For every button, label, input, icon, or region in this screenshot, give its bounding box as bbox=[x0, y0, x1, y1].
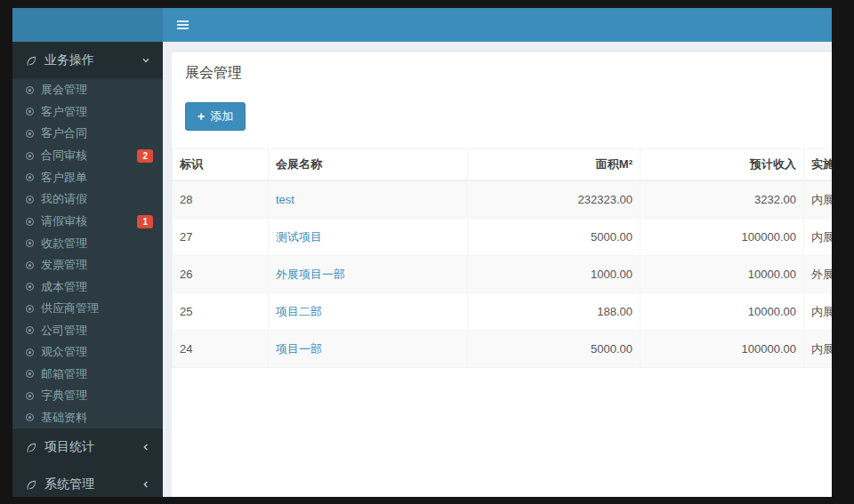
cell-area: 232323.00 bbox=[468, 180, 640, 219]
chevron-left-icon bbox=[141, 443, 150, 452]
plus-icon: + bbox=[197, 111, 205, 123]
sidebar-menu-item[interactable]: 客户合同 bbox=[12, 123, 163, 145]
table-row: 26 外展项目一部 1000.00 10000.00 外展项目部 bbox=[173, 256, 833, 293]
bullseye-icon bbox=[26, 108, 34, 116]
sidebar-section-business-ops[interactable]: 业务操作 bbox=[12, 42, 163, 79]
sidebar-item-label: 成本管理 bbox=[41, 281, 87, 294]
cell-dept: 内展项目部 bbox=[804, 180, 833, 219]
bullseye-icon bbox=[26, 348, 34, 356]
cell-dept: 内展项目部 bbox=[804, 331, 833, 368]
exhibition-panel: 展会管理 + 添加 标识会展名称面积M²预计收入实施部门 28 test 232… bbox=[172, 51, 832, 497]
app-window: 业务操作 展会管理 客户管理 客户合同 合同审核 2 客户跟单 我的请假 bbox=[12, 8, 832, 497]
bullseye-icon bbox=[26, 196, 34, 204]
leaf-icon bbox=[25, 479, 36, 491]
sidebar-menu-item[interactable]: 观众管理 bbox=[12, 341, 163, 364]
sidebar-menu-item[interactable]: 发票管理 bbox=[12, 254, 163, 276]
sidebar-item-label: 邮箱管理 bbox=[41, 368, 87, 381]
sidebar-item-label: 收款管理 bbox=[41, 237, 87, 251]
sidebar-menu-item[interactable]: 字典管理 bbox=[12, 385, 163, 407]
table-column-header: 面积M² bbox=[468, 149, 640, 181]
bullseye-icon bbox=[26, 261, 34, 269]
sidebar-menu-item[interactable]: 收款管理 bbox=[12, 233, 163, 255]
sidebar-item-label: 合同审核 bbox=[41, 149, 87, 163]
bullseye-icon bbox=[26, 239, 34, 247]
sidebar-menu-item[interactable]: 客户管理 bbox=[12, 101, 163, 124]
exhibition-table: 标识会展名称面积M²预计收入实施部门 28 test 232323.00 323… bbox=[172, 148, 832, 368]
cell-income: 100000.00 bbox=[640, 331, 804, 368]
sidebar-item-label: 公司管理 bbox=[41, 324, 87, 338]
exhibition-link[interactable]: 测试项目 bbox=[276, 230, 322, 244]
cell-dept: 内展项目部 bbox=[804, 293, 833, 331]
sidebar-menu-item[interactable]: 合同审核 2 bbox=[12, 145, 163, 167]
cell-name: test bbox=[269, 180, 468, 219]
cell-name: 项目二部 bbox=[269, 293, 468, 331]
sidebar-submenu: 展会管理 客户管理 客户合同 合同审核 2 客户跟单 我的请假 请假审核 1 收… bbox=[12, 79, 163, 428]
bullseye-icon bbox=[26, 392, 34, 400]
cell-dept: 外展项目部 bbox=[804, 256, 833, 293]
exhibition-link[interactable]: 外展项目一部 bbox=[276, 268, 345, 281]
sidebar-section-label: 业务操作 bbox=[44, 52, 94, 68]
sidebar-section-system[interactable]: 系统管理 bbox=[12, 466, 163, 497]
bullseye-icon bbox=[26, 413, 34, 421]
cell-income: 10000.00 bbox=[640, 256, 804, 293]
sidebar-item-label: 发票管理 bbox=[41, 259, 87, 272]
add-button-label: 添加 bbox=[210, 108, 233, 124]
add-button[interactable]: + 添加 bbox=[185, 102, 246, 131]
table-row: 25 项目二部 188.00 10000.00 内展项目部 bbox=[173, 293, 833, 331]
cell-dept: 内展项目部 bbox=[804, 219, 833, 256]
sidebar-item-label: 供应商管理 bbox=[41, 302, 99, 316]
exhibition-link[interactable]: 项目二部 bbox=[276, 305, 322, 318]
bullseye-icon bbox=[26, 283, 34, 291]
leaf-icon bbox=[25, 442, 36, 453]
sidebar-toggle-button[interactable] bbox=[163, 8, 202, 42]
cell-income: 10000.00 bbox=[640, 293, 804, 331]
sidebar-item-label: 展会管理 bbox=[41, 84, 87, 97]
table-column-header: 实施部门 bbox=[804, 149, 833, 181]
exhibition-link[interactable]: 项目一部 bbox=[276, 342, 322, 356]
sidebar-menu-item[interactable]: 邮箱管理 bbox=[12, 364, 163, 386]
top-navbar bbox=[163, 8, 832, 42]
sidebar-section-label: 系统管理 bbox=[44, 476, 94, 492]
leaf-icon bbox=[25, 55, 36, 67]
bullseye-icon bbox=[26, 326, 34, 334]
cell-id: 28 bbox=[173, 180, 269, 219]
sidebar-menu-item[interactable]: 基础资料 bbox=[12, 407, 163, 429]
sidebar-menu-item[interactable]: 我的请假 bbox=[12, 188, 163, 211]
chevron-left-icon bbox=[141, 480, 150, 489]
bullseye-icon bbox=[26, 218, 34, 226]
cell-id: 25 bbox=[173, 293, 269, 331]
cell-area: 5000.00 bbox=[468, 219, 640, 256]
sidebar-menu-item[interactable]: 公司管理 bbox=[12, 320, 163, 342]
sidebar-item-label: 我的请假 bbox=[41, 193, 87, 206]
cell-name: 测试项目 bbox=[269, 219, 468, 256]
sidebar-item-label: 字典管理 bbox=[41, 389, 87, 403]
cell-area: 188.00 bbox=[468, 293, 640, 331]
exhibition-link[interactable]: test bbox=[276, 193, 294, 206]
sidebar-menu-item[interactable]: 成本管理 bbox=[12, 276, 163, 299]
cell-income: 3232.00 bbox=[640, 180, 804, 219]
table-header-row: 标识会展名称面积M²预计收入实施部门 bbox=[173, 149, 833, 181]
sidebar-menu-item[interactable]: 展会管理 bbox=[12, 79, 163, 101]
table-column-header: 预计收入 bbox=[640, 149, 804, 181]
notification-badge: 2 bbox=[137, 149, 153, 163]
cell-area: 5000.00 bbox=[468, 331, 640, 368]
table-row: 24 项目一部 5000.00 100000.00 内展项目部 bbox=[173, 331, 833, 368]
sidebar-item-label: 客户管理 bbox=[41, 106, 87, 119]
sidebar-menu-item[interactable]: 供应商管理 bbox=[12, 298, 163, 320]
sidebar: 业务操作 展会管理 客户管理 客户合同 合同审核 2 客户跟单 我的请假 bbox=[12, 42, 163, 497]
top-bar bbox=[12, 8, 832, 42]
sidebar-menu-item[interactable]: 请假审核 1 bbox=[12, 211, 163, 233]
sidebar-menu-item[interactable]: 客户跟单 bbox=[12, 167, 163, 189]
bullseye-icon bbox=[26, 370, 34, 378]
sidebar-item-label: 请假审核 bbox=[41, 215, 87, 228]
sidebar-section-label: 项目统计 bbox=[44, 439, 94, 455]
content-area: 展会管理 + 添加 标识会展名称面积M²预计收入实施部门 28 test 232… bbox=[163, 42, 832, 497]
cell-id: 24 bbox=[173, 331, 269, 368]
cell-id: 26 bbox=[173, 256, 269, 293]
notification-badge: 1 bbox=[137, 215, 153, 228]
sidebar-item-label: 观众管理 bbox=[41, 346, 87, 359]
cell-income: 100000.00 bbox=[640, 219, 804, 256]
cell-id: 27 bbox=[173, 219, 269, 256]
sidebar-section-project-stats[interactable]: 项目统计 bbox=[12, 428, 163, 466]
bullseye-icon bbox=[26, 305, 34, 313]
